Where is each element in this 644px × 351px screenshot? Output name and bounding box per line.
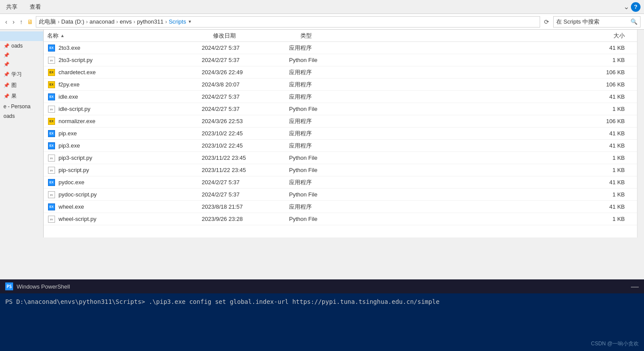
file-date-cell: 2023/8/18 21:57 [202, 203, 289, 210]
col-type-header[interactable]: 类型 [300, 32, 379, 40]
scrollbar[interactable] [637, 30, 644, 237]
sidebar-label-1: oads [11, 43, 23, 49]
ps-watermark: CSDN @一响小贪欢 [591, 340, 639, 348]
file-name-text: idle.exe [59, 93, 78, 100]
sort-arrow-icon: ▲ [60, 33, 65, 38]
search-box[interactable]: 在 Scripts 中搜索 🔍 [553, 16, 641, 28]
toolbar-right: ⌄ ? [623, 2, 641, 12]
sidebar-label-8: oads [3, 113, 15, 119]
file-name-cell: py idle-script.py [47, 105, 202, 114]
table-row[interactable]: EX wheel.exe 2023/8/18 21:57 应用程序 41 KB [44, 201, 637, 213]
file-name-text: pip.exe [59, 130, 77, 137]
table-row[interactable]: py pydoc-script.py 2024/2/27 5:37 Python… [44, 189, 637, 201]
sidebar-item-3[interactable]: 📌 [0, 60, 43, 69]
nav-forward-button[interactable]: › [11, 17, 17, 26]
file-name-text: 2to3.exe [59, 45, 80, 51]
file-size-cell: 1 KB [368, 191, 634, 198]
file-name-text: pip3-script.py [59, 155, 92, 161]
file-date-cell: 2024/2/27 5:37 [202, 93, 289, 100]
ps-command-text: PS D:\anaconad\envs\python311\Scripts> .… [5, 298, 440, 305]
table-row[interactable]: py pip3-script.py 2023/11/22 23:45 Pytho… [44, 152, 637, 164]
py-icon: py [47, 105, 56, 114]
addr-folder1[interactable]: anaconad [90, 18, 114, 25]
file-name-text: 2to3-script.py [59, 57, 93, 63]
help-button[interactable]: ? [631, 2, 641, 12]
share-button[interactable]: 共享 [3, 2, 20, 12]
table-row[interactable]: EX 2to3.exe 2024/2/27 5:37 应用程序 41 KB [44, 42, 637, 54]
file-type-cell: Python File [289, 106, 368, 112]
sidebar-item-6[interactable]: 📌 果 [0, 91, 43, 102]
table-row[interactable]: EX idle.exe 2024/2/27 5:37 应用程序 41 KB [44, 91, 637, 103]
table-row[interactable]: py wheel-script.py 2023/9/26 23:28 Pytho… [44, 213, 637, 225]
file-date-cell: 2024/3/26 22:49 [202, 69, 289, 76]
file-date-cell: 2024/2/27 5:37 [202, 45, 289, 51]
file-name-text: pip3.exe [59, 142, 80, 149]
col-size-header[interactable]: 大小 [379, 32, 634, 40]
file-name-cell: py pydoc-script.py [47, 190, 202, 199]
sidebar-item-7[interactable]: e - Persona [0, 102, 43, 111]
file-type-cell: 应用程序 [289, 142, 368, 150]
file-name-text: idle-script.py [59, 106, 90, 112]
table-row[interactable]: EX normalizer.exe 2024/3/26 22:53 应用程序 1… [44, 115, 637, 127]
py-icon: py [47, 190, 56, 199]
col-name-header[interactable]: 名称 ▲ [47, 32, 213, 40]
file-name-text: pip-script.py [59, 167, 89, 173]
file-size-cell: 1 KB [368, 106, 634, 112]
table-row[interactable]: EX pip.exe 2023/10/2 22:45 应用程序 41 KB [44, 127, 637, 140]
table-row[interactable]: EX pip3.exe 2023/10/2 22:45 应用程序 41 KB [44, 140, 637, 152]
file-name-cell: py pip-script.py [47, 166, 202, 175]
view-button[interactable]: 查看 [27, 2, 44, 12]
exe-special-icon: EX [47, 68, 56, 77]
file-date-cell: 2023/10/2 22:45 [202, 130, 289, 137]
file-size-cell: 1 KB [368, 57, 634, 63]
addr-dropdown-icon[interactable]: ▾ [189, 19, 191, 24]
nav-back-button[interactable]: ‹ [3, 17, 9, 26]
addr-folder2[interactable]: envs [120, 18, 131, 25]
main-layout: 📌 oads 📌 📌 📌 学习 📌 图 📌 果 e - Persona oads [0, 30, 644, 237]
file-name-text: f2py.exe [59, 81, 79, 88]
table-row[interactable]: EX pydoc.exe 2024/2/27 5:37 应用程序 41 KB [44, 176, 637, 189]
file-name-text: wheel.exe [59, 203, 84, 210]
file-rows-container: EX 2to3.exe 2024/2/27 5:37 应用程序 41 KB py… [44, 42, 637, 225]
pin-icon-4: 📌 [3, 72, 10, 77]
file-name-text: normalizer.exe [59, 118, 96, 124]
search-icon[interactable]: 🔍 [630, 18, 637, 25]
sidebar-item-8[interactable]: oads [0, 111, 43, 121]
exe-icon: EX [47, 129, 56, 138]
sidebar-item-2[interactable]: 📌 [0, 51, 43, 60]
sidebar: 📌 oads 📌 📌 📌 学习 📌 图 📌 果 e - Persona oads [0, 30, 44, 237]
sidebar-item-1[interactable]: 📌 oads [0, 41, 43, 51]
table-row[interactable]: py 2to3-script.py 2024/2/27 5:37 Python … [44, 54, 637, 66]
addr-folder4[interactable]: Scripts [169, 18, 186, 25]
file-size-cell: 41 KB [368, 45, 634, 51]
exe-icon: EX [47, 141, 56, 150]
addr-this-pc[interactable]: 此电脑 [39, 18, 56, 26]
col-date-header[interactable]: 修改日期 [213, 32, 300, 40]
sidebar-item-4[interactable]: 📌 学习 [0, 69, 43, 80]
address-path[interactable]: 此电脑 › Data (D:) › anaconad › envs › pyth… [36, 16, 540, 28]
file-date-cell: 2023/10/2 22:45 [202, 142, 289, 149]
py-icon: py [47, 166, 56, 175]
chevron-down-icon[interactable]: ⌄ [623, 3, 629, 11]
sidebar-item-5[interactable]: 📌 图 [0, 80, 43, 91]
addr-drive[interactable]: Data (D:) [61, 18, 84, 25]
ps-minimize-button[interactable]: — [631, 282, 639, 291]
file-size-cell: 41 KB [368, 203, 634, 210]
table-row[interactable]: EX chardetect.exe 2024/3/26 22:49 应用程序 1… [44, 66, 637, 79]
file-type-cell: 应用程序 [289, 179, 368, 186]
exe-special-icon: EX [47, 117, 56, 126]
table-row[interactable]: EX f2py.exe 2024/3/8 20:07 应用程序 106 KB [44, 79, 637, 91]
file-area: 名称 ▲ 修改日期 类型 大小 EX 2to3.exe 2024/2/27 5:… [44, 30, 637, 237]
table-row[interactable]: py idle-script.py 2024/2/27 5:37 Python … [44, 103, 637, 115]
exe-icon: EX [47, 93, 56, 101]
nav-up-button[interactable]: ↑ [18, 17, 24, 26]
ps-titlebar: PS Windows PowerShell — [0, 279, 644, 293]
file-date-cell: 2024/2/27 5:37 [202, 191, 289, 198]
refresh-button[interactable]: ⟳ [542, 17, 551, 27]
ps-content: PS D:\anaconad\envs\python311\Scripts> .… [0, 293, 644, 310]
file-name-cell: py 2to3-script.py [47, 56, 202, 65]
table-row[interactable]: py pip-script.py 2023/11/22 23:45 Python… [44, 164, 637, 176]
file-name-text: pydoc-script.py [59, 191, 96, 198]
addr-folder3[interactable]: python311 [137, 18, 164, 25]
sidebar-item-0[interactable] [0, 31, 43, 41]
